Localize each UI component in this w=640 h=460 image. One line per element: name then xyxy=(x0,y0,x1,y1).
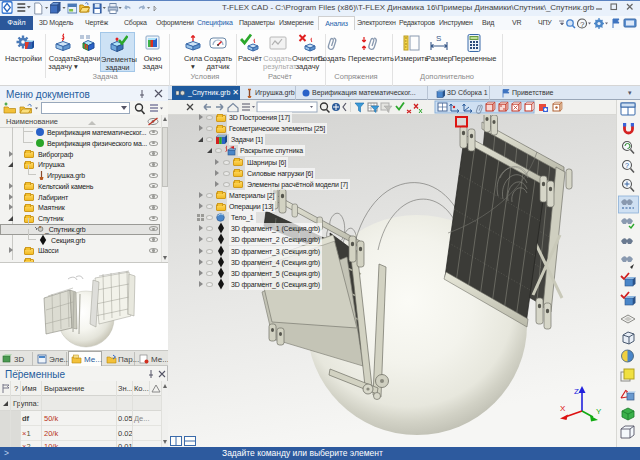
svg-text:Y: Y xyxy=(596,407,602,416)
svg-text:?: ? xyxy=(625,162,629,169)
svg-text:X: X xyxy=(560,404,566,413)
svg-text:Z: Z xyxy=(574,387,579,396)
svg-text:S: S xyxy=(436,34,441,43)
